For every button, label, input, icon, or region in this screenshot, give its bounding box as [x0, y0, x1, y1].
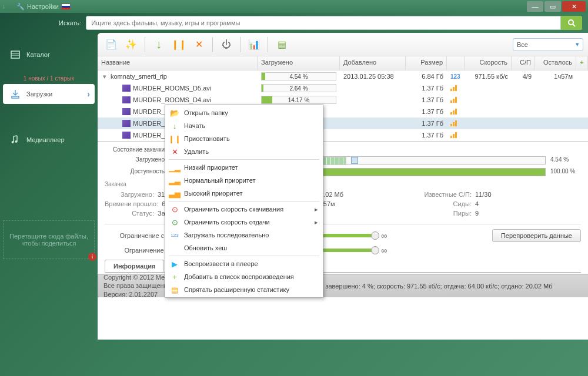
downloads-icon: [10, 89, 21, 99]
sidebar-player[interactable]: Медиаплеер: [3, 130, 95, 150]
avail-label: Доступность: [105, 168, 169, 176]
filter-label: Все: [517, 41, 528, 48]
warn-icon: i: [88, 253, 96, 261]
pause-button[interactable]: ❙❙: [170, 36, 188, 53]
col-remain[interactable]: Осталось: [535, 56, 576, 70]
ctx-загружать-последовательно[interactable]: 123Загружать последовательно: [166, 229, 322, 241]
sidebar-catalog[interactable]: Каталог: [3, 45, 95, 65]
search-icon: [567, 19, 576, 27]
col-order[interactable]: [447, 56, 465, 70]
power-button[interactable]: ⏻: [218, 36, 235, 53]
wrench-icon: 🔧: [16, 3, 25, 11]
ctx-label: Обновить хеш: [184, 244, 227, 251]
tab-информация[interactable]: Информация: [105, 260, 164, 272]
infinity-icon: ∞: [381, 231, 387, 240]
ctx-label: Ограничить скорость скачивания: [184, 206, 283, 213]
ctx-добавить-в-список-воспроизведения[interactable]: +Добавить в список воспроизведения: [166, 270, 322, 283]
settings-label: Настройки: [27, 3, 59, 10]
ctx-низкий-приоритет[interactable]: ▁▂Низкий приоритет: [166, 161, 322, 174]
search-button[interactable]: [561, 16, 582, 30]
list-button[interactable]: ▤: [273, 36, 290, 53]
row-name-text: MURDER_ROOMS_D5.avi: [133, 85, 211, 92]
col-name[interactable]: Название: [98, 56, 258, 70]
svg-point-6: [15, 140, 18, 143]
ctx-label: Нормальный приоритет: [184, 177, 256, 184]
col-added[interactable]: Добавлено: [340, 56, 406, 70]
col-sp[interactable]: С/П: [512, 56, 535, 70]
col-size[interactable]: Размер: [406, 56, 447, 70]
downloaded-label: Загружено: [105, 156, 169, 164]
infinity-icon: ∞: [381, 246, 387, 255]
maximize-button[interactable]: ▭: [544, 1, 561, 12]
context-menu: 📂Открыть папку↓Начать❙❙Приостановить✕Уда…: [165, 105, 323, 298]
sidebar-catalog-label: Каталог: [26, 51, 50, 58]
submenu-arrow-icon: ▸: [315, 219, 318, 226]
ctx-обновить-хеш[interactable]: Обновить хеш: [166, 241, 322, 254]
state-label: Состояние закачки: [105, 146, 169, 153]
ctx-приостановить[interactable]: ❙❙Приостановить: [166, 132, 322, 145]
svg-point-5: [12, 141, 14, 143]
app-icon: ↓: [2, 2, 11, 11]
ctx-высокий-приоритет[interactable]: ▃▅Высокий приоритет: [166, 187, 322, 200]
flag-ru-icon: [61, 4, 71, 10]
sidebar-downloads[interactable]: Загрузки: [3, 84, 95, 104]
ctx-открыть-папку[interactable]: 📂Открыть папку: [166, 106, 322, 119]
chevron-down-icon: ▾: [576, 41, 579, 48]
grid-header: Название Загружено Добавлено Размер Скор…: [98, 56, 588, 70]
table-row[interactable]: MURDER_ROOMS_D4.avi14.17 %1.37 Гб: [98, 94, 588, 106]
sidebar-downloads-label: Загрузки: [26, 90, 52, 98]
row-name-text: MURDER_: [133, 108, 165, 115]
ctx-label: Воспроизвести в плеере: [184, 260, 258, 267]
video-file-icon: [122, 85, 131, 92]
start-button[interactable]: ↓: [150, 36, 168, 53]
filter-dropdown[interactable]: Все ▾: [513, 38, 583, 51]
ctx-удалить[interactable]: ✕Удалить: [166, 145, 322, 158]
close-button[interactable]: ✕: [562, 1, 586, 12]
ctx-label: Высокий приоритет: [184, 190, 242, 197]
svg-point-0: [569, 20, 573, 25]
video-file-icon: [122, 120, 131, 127]
stats-button[interactable]: 📊: [245, 36, 263, 53]
sidebar: Каталог 1 новых / 1 старых Загрузки Меди…: [0, 33, 98, 340]
toolbar: 📄 ✨ ↓ ❙❙ ✕ ⏻ 📊 ▤ Все ▾: [98, 33, 588, 56]
video-file-icon: [122, 96, 131, 103]
row-name-text: MURDER_: [133, 132, 165, 139]
ctx-label: Удалить: [184, 148, 209, 155]
wizard-button[interactable]: ✨: [122, 36, 140, 53]
ctx-спрятать-расширенную-статистику[interactable]: ▤Спрятать расширенную статистику: [166, 283, 322, 296]
add-button[interactable]: 📄: [102, 36, 120, 53]
ctx-нормальный-приоритет[interactable]: ▂▃Нормальный приоритет: [166, 174, 322, 187]
video-file-icon: [122, 108, 131, 115]
row-name-text: komnaty_smerti_rip: [111, 73, 167, 80]
col-speed[interactable]: Скорость: [465, 56, 512, 70]
ctx-начать[interactable]: ↓Начать: [166, 119, 322, 132]
col-progress[interactable]: Загружено: [258, 56, 340, 70]
ctx-label: Спрятать расширенную статистику: [184, 286, 289, 293]
row-name-text: MURDER_: [133, 120, 165, 127]
recheck-button[interactable]: Перепроверить данные: [492, 229, 581, 242]
col-add-button[interactable]: +: [576, 56, 588, 70]
ctx-воспроизвести-в-плеере[interactable]: ▶Воспроизвести в плеере: [166, 257, 322, 270]
ctx-ограничить-скорость-скачивания[interactable]: ⊙Ограничить скорость скачивания▸: [166, 203, 322, 216]
table-row[interactable]: ▾komnaty_smerti_rip4.54 %2013.01.25 05:3…: [98, 70, 588, 82]
table-row[interactable]: MURDER_ROOMS_D5.avi2.64 %1.37 Гб: [98, 82, 588, 94]
titlebar: ↓ 🔧 Настройки — ▭ ✕: [0, 0, 588, 13]
downloaded-pct: 4.54 %: [546, 156, 581, 164]
svg-rect-2: [11, 51, 19, 58]
ctx-label: Открыть папку: [184, 109, 228, 116]
tree-toggle[interactable]: ▾: [101, 73, 108, 80]
delete-button[interactable]: ✕: [190, 36, 208, 53]
ctx-label: Начать: [184, 122, 205, 129]
ctx-ограничить-скорость-отдачи[interactable]: ⊙Ограничить скорость отдачи▸: [166, 216, 322, 229]
search-input[interactable]: [86, 16, 561, 30]
minimize-button[interactable]: —: [527, 1, 543, 12]
dropzone[interactable]: Перетащите сюда файлы, чтобы поделиться …: [3, 220, 95, 259]
ctx-label: Приостановить: [184, 135, 230, 142]
ctx-label: Ограничить скорость отдачи: [184, 219, 270, 226]
ctx-label: Добавить в список воспроизведения: [184, 273, 294, 280]
search-label: Искать:: [59, 19, 81, 26]
settings-link[interactable]: 🔧 Настройки: [13, 2, 74, 12]
sidebar-player-label: Медиаплеер: [26, 136, 65, 143]
submenu-arrow-icon: ▸: [315, 206, 318, 213]
dropzone-text: Перетащите сюда файлы, чтобы поделиться: [9, 233, 88, 247]
